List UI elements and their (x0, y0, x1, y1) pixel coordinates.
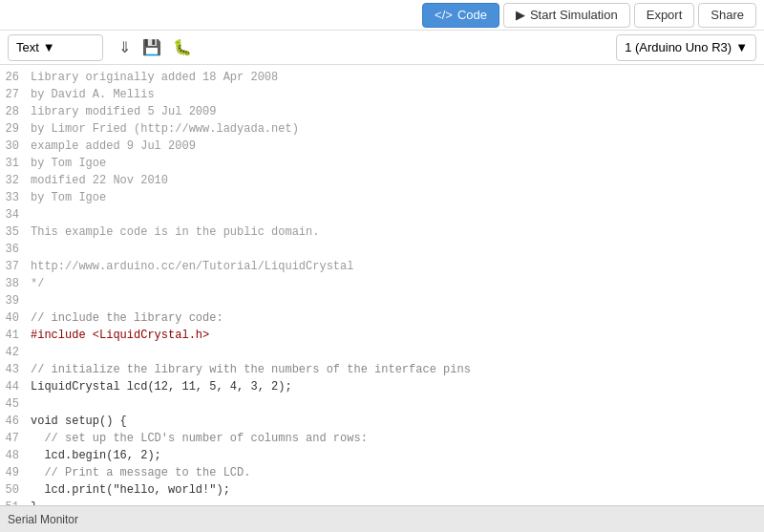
line-content: } (31, 499, 37, 505)
code-line: 43// initialize the library with the num… (0, 361, 764, 378)
code-line: 40// include the library code: (0, 309, 764, 327)
line-content: LiquidCrystal lcd(12, 11, 5, 4, 3, 2); (31, 378, 292, 395)
line-content: This example code is in the public domai… (31, 223, 319, 241)
code-line: 51} (0, 499, 764, 505)
line-number: 29 (0, 120, 31, 138)
code-line: 34 (0, 206, 764, 223)
line-content: by Limor Fried (http://www.ladyada.net) (31, 120, 299, 138)
code-lines: 26Library originally added 18 Apr 200827… (0, 65, 764, 505)
line-content: example added 9 Jul 2009 (31, 138, 196, 155)
download-icon[interactable]: ⇓ (118, 38, 131, 56)
line-number: 40 (0, 309, 31, 327)
simulate-label: Start Simulation (530, 8, 618, 22)
line-content: // Print a message to the LCD. (31, 464, 250, 481)
code-editor[interactable]: 26Library originally added 18 Apr 200827… (0, 65, 764, 505)
line-number: 48 (0, 447, 31, 464)
export-label: Export (647, 8, 683, 22)
line-number: 49 (0, 464, 31, 481)
line-content: // include the library code: (31, 309, 223, 327)
code-line: 31by Tom Igoe (0, 155, 764, 172)
line-content: */ (31, 275, 44, 292)
line-content: library modified 5 Jul 2009 (31, 103, 216, 120)
secondary-toolbar: Text ▼ ⇓ 💾 🐛 1 (Arduino Uno R3) ▼ (0, 31, 764, 65)
upload-icon[interactable]: 💾 (142, 38, 161, 56)
secondary-icons: ⇓ 💾 🐛 (118, 38, 192, 56)
line-number: 31 (0, 155, 31, 172)
line-number: 39 (0, 292, 31, 309)
top-toolbar: </> Code ▶ Start Simulation Export Share (0, 0, 764, 31)
code-line: 47 // set up the LCD's number of columns… (0, 430, 764, 447)
dropdown-arrow-icon: ▼ (43, 40, 55, 54)
line-number: 42 (0, 344, 31, 361)
line-number: 34 (0, 206, 31, 223)
line-content: by David A. Mellis (31, 86, 155, 103)
line-content: by Tom Igoe (31, 155, 106, 172)
code-line: 39 (0, 292, 764, 309)
board-dropdown-arrow-icon: ▼ (735, 40, 748, 54)
line-number: 43 (0, 361, 31, 378)
code-line: 30example added 9 Jul 2009 (0, 138, 764, 155)
line-content: // set up the LCD's number of columns an… (31, 430, 368, 447)
line-number: 50 (0, 481, 31, 499)
line-content: // initialize the library with the numbe… (31, 361, 471, 378)
line-number: 44 (0, 378, 31, 395)
export-button[interactable]: Export (634, 3, 695, 28)
code-line: 48 lcd.begin(16, 2); (0, 447, 764, 464)
code-line: 36 (0, 241, 764, 258)
line-content: lcd.begin(16, 2); (31, 447, 161, 464)
line-number: 36 (0, 241, 31, 258)
code-line: 49 // Print a message to the LCD. (0, 464, 764, 481)
board-selector[interactable]: 1 (Arduino Uno R3) ▼ (616, 34, 756, 61)
share-label: Share (711, 8, 744, 22)
code-icon: </> (435, 8, 453, 22)
line-content: void setup() { (31, 413, 127, 430)
code-line: 41#include <LiquidCrystal.h> (0, 327, 764, 344)
board-label: 1 (Arduino Uno R3) (625, 40, 732, 54)
line-content: modified 22 Nov 2010 (31, 172, 168, 189)
share-button[interactable]: Share (698, 3, 756, 28)
code-line: 27by David A. Mellis (0, 86, 764, 103)
serial-monitor-label: Serial Monitor (8, 513, 78, 526)
code-line: 33by Tom Igoe (0, 189, 764, 206)
line-number: 46 (0, 413, 31, 430)
bug-icon[interactable]: 🐛 (173, 38, 192, 56)
line-number: 32 (0, 172, 31, 189)
status-bar: Serial Monitor (0, 505, 764, 532)
code-line: 29by Limor Fried (http://www.ladyada.net… (0, 120, 764, 138)
line-number: 37 (0, 258, 31, 275)
code-line: 38*/ (0, 275, 764, 292)
line-number: 41 (0, 327, 31, 344)
code-line: 45 (0, 395, 764, 413)
line-number: 47 (0, 430, 31, 447)
line-content: Library originally added 18 Apr 2008 (31, 69, 278, 86)
code-line: 50 lcd.print("hello, world!"); (0, 481, 764, 499)
code-line: 46void setup() { (0, 413, 764, 430)
simulate-button[interactable]: ▶ Start Simulation (503, 3, 630, 28)
line-number: 30 (0, 138, 31, 155)
line-number: 45 (0, 395, 31, 413)
line-content: http://www.arduino.cc/en/Tutorial/Liquid… (31, 258, 353, 275)
code-line: 35This example code is in the public dom… (0, 223, 764, 241)
text-dropdown-label: Text (16, 40, 39, 54)
line-content: #include <LiquidCrystal.h> (31, 327, 209, 344)
line-number: 28 (0, 103, 31, 120)
line-number: 26 (0, 69, 31, 86)
line-number: 35 (0, 223, 31, 241)
code-line: 42 (0, 344, 764, 361)
code-line: 37http://www.arduino.cc/en/Tutorial/Liqu… (0, 258, 764, 275)
code-line: 26Library originally added 18 Apr 2008 (0, 69, 764, 86)
code-line: 28library modified 5 Jul 2009 (0, 103, 764, 120)
line-content: lcd.print("hello, world!"); (31, 481, 230, 499)
code-label: Code (457, 8, 487, 22)
play-icon: ▶ (516, 8, 525, 22)
text-dropdown[interactable]: Text ▼ (8, 34, 103, 61)
line-number: 38 (0, 275, 31, 292)
line-number: 27 (0, 86, 31, 103)
code-line: 44LiquidCrystal lcd(12, 11, 5, 4, 3, 2); (0, 378, 764, 395)
code-button[interactable]: </> Code (422, 3, 499, 28)
line-number: 51 (0, 499, 31, 505)
code-line: 32modified 22 Nov 2010 (0, 172, 764, 189)
line-number: 33 (0, 189, 31, 206)
line-content: by Tom Igoe (31, 189, 106, 206)
